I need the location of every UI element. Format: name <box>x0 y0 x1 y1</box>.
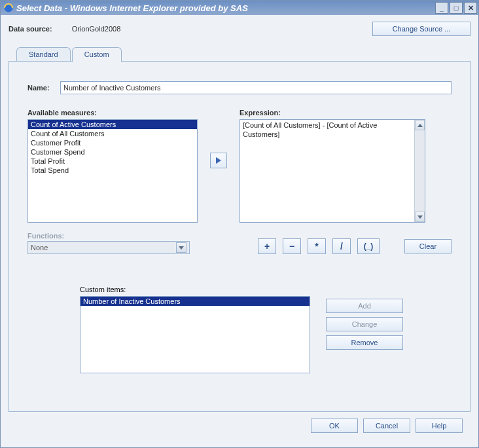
maximize-button[interactable]: □ <box>450 2 463 14</box>
functions-label: Functions: <box>27 232 190 240</box>
list-item[interactable]: Total Profit <box>28 157 197 166</box>
name-row: Name: <box>27 81 452 94</box>
dropdown-button[interactable] <box>176 242 186 253</box>
custom-items-list[interactable]: Number of Inactive Customers <box>80 296 310 373</box>
name-label: Name: <box>27 84 60 92</box>
expression-box[interactable]: [Count of All Customers] - [Count of Act… <box>240 119 425 223</box>
help-button[interactable]: Help <box>416 419 463 433</box>
name-input[interactable] <box>60 81 452 94</box>
available-measures-col: Available measures: Count of Active Cust… <box>27 109 198 223</box>
list-item[interactable]: Customer Spend <box>28 147 197 157</box>
titlebar: Select Data - Windows Internet Explorer … <box>1 1 478 15</box>
ie-icon <box>3 3 14 13</box>
chevron-down-icon <box>179 246 184 250</box>
functions-value: None <box>31 244 48 252</box>
window-title: Select Data - Windows Internet Explorer … <box>16 3 248 13</box>
functions-dropdown[interactable]: None <box>27 241 190 254</box>
tab-standard[interactable]: Standard <box>16 47 71 62</box>
cancel-button[interactable]: Cancel <box>363 419 410 433</box>
add-button[interactable]: Add <box>326 299 403 313</box>
op-multiply-button[interactable]: * <box>308 238 326 254</box>
expression-scrollbar[interactable] <box>414 120 425 222</box>
functions-and-ops-row: Functions: None + − * / (_) Clear <box>27 232 452 254</box>
transfer-col <box>208 109 229 212</box>
close-button[interactable]: ✕ <box>464 2 477 14</box>
expression-col: Expression: [Count of All Customers] - [… <box>240 109 425 223</box>
op-minus-button[interactable]: − <box>283 238 301 254</box>
arrow-right-icon <box>216 157 221 164</box>
op-paren-button[interactable]: (_) <box>357 238 380 254</box>
data-source-value: OrionGold2008 <box>72 25 121 33</box>
custom-items-section: Custom items: Number of Inactive Custome… <box>27 286 452 373</box>
tabstrip: Standard Custom <box>9 47 470 62</box>
minimize-button[interactable]: _ <box>435 2 448 14</box>
list-item[interactable]: Count of All Customers <box>28 129 197 138</box>
scrollbar-track[interactable] <box>415 130 425 212</box>
chevron-up-icon <box>417 124 423 127</box>
available-measures-label: Available measures: <box>27 109 198 117</box>
custom-items-label: Custom items: <box>80 286 310 293</box>
measure-expression-row: Available measures: Count of Active Cust… <box>27 109 452 223</box>
scroll-down-button[interactable] <box>415 212 425 222</box>
change-button[interactable]: Change <box>326 317 403 331</box>
data-source-label: Data source: <box>9 25 52 33</box>
add-to-expression-button[interactable] <box>210 153 227 168</box>
chevron-down-icon <box>417 215 423 219</box>
list-item[interactable]: Number of Inactive Customers <box>80 297 310 306</box>
client-area: Data source: OrionGold2008 Change Source… <box>1 15 478 447</box>
change-source-button[interactable]: Change Source ... <box>372 22 470 36</box>
remove-button[interactable]: Remove <box>326 335 403 350</box>
expression-label: Expression: <box>240 109 425 117</box>
op-plus-button[interactable]: + <box>258 238 276 254</box>
window: Select Data - Windows Internet Explorer … <box>0 0 479 448</box>
tab-custom[interactable]: Custom <box>72 47 122 62</box>
custom-items-buttons: Add Change Remove <box>326 299 403 350</box>
op-divide-button[interactable]: / <box>332 238 351 254</box>
ok-button[interactable]: OK <box>311 419 358 433</box>
list-item[interactable]: Total Spend <box>28 166 197 175</box>
scroll-up-button[interactable] <box>415 120 425 130</box>
list-item[interactable]: Count of Active Customers <box>28 120 197 129</box>
available-measures-list[interactable]: Count of Active Customers Count of All C… <box>27 119 198 223</box>
tab-panel-custom: Name: Available measures: Count of Activ… <box>9 61 470 412</box>
dialog-footer: OK Cancel Help <box>9 412 470 439</box>
clear-button[interactable]: Clear <box>404 239 452 253</box>
list-item[interactable]: Customer Profit <box>28 138 197 147</box>
operator-row: + − * / (_) Clear <box>258 238 452 254</box>
header-row: Data source: OrionGold2008 Change Source… <box>9 22 470 36</box>
expression-text[interactable]: [Count of All Customers] - [Count of Act… <box>240 120 414 222</box>
